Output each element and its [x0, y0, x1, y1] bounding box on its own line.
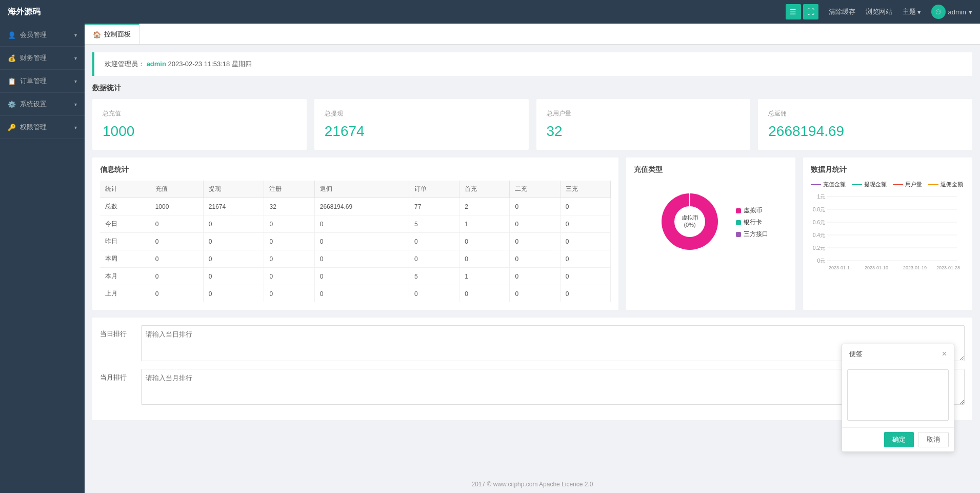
fullscreen-button[interactable]: ⛶: [803, 4, 818, 19]
sticky-modal: 便签 × 确定 取消: [842, 344, 954, 452]
stat-card-recharge: 总充值 1000: [92, 99, 307, 150]
row-label: 昨日: [100, 233, 150, 250]
table-row: 总数100021674322668194.6977200: [100, 198, 611, 215]
sidebar-item-system[interactable]: ⚙️ 系统设置 ▾: [0, 93, 85, 116]
member-icon: 👤: [8, 31, 16, 39]
permission-icon: 🔑: [8, 124, 16, 131]
line-chart-legend: 充值金额 提现金额 用户量 返佣金额: [811, 181, 965, 188]
row-cell: 0: [203, 215, 264, 233]
table-row: 本月00005100: [100, 268, 611, 285]
row-cell: 0: [264, 268, 314, 285]
stat-card-rebate: 总返佣 2668194.69: [758, 99, 972, 150]
charge-type-card: 充值类型 虚拟币 (0%): [626, 157, 795, 310]
pie-container: 虚拟币 (0%) 虚拟币: [634, 181, 788, 264]
row-cell: 0: [264, 250, 314, 268]
sidebar-item-label-permission: 权限管理: [20, 123, 47, 132]
legend-dot-withdraw: [852, 184, 862, 185]
tab-dashboard[interactable]: 🏠 控制面板: [85, 24, 139, 44]
table-row: 本周00000000: [100, 250, 611, 268]
row-cell: 0: [560, 285, 610, 303]
stat-label-rebate: 总返佣: [768, 109, 962, 118]
row-cell: 0: [560, 268, 610, 285]
row-cell: 0: [264, 285, 314, 303]
row-cell: 0: [510, 268, 560, 285]
stat-card-users: 总用户量 32: [536, 99, 751, 150]
row-cell: 0: [409, 285, 459, 303]
row-cell: 0: [203, 268, 264, 285]
row-cell: 5: [409, 268, 459, 285]
dashboard-icon: 🏠: [93, 31, 101, 38]
svg-text:0.8元: 0.8元: [813, 207, 825, 212]
col-header-register: 注册: [264, 181, 314, 198]
sticky-modal-close-button[interactable]: ×: [942, 350, 947, 358]
col-header-order: 订单: [409, 181, 459, 198]
svg-text:1元: 1元: [817, 194, 825, 200]
row-cell: 0: [203, 285, 264, 303]
row-cell: 0: [314, 215, 409, 233]
legend-item-bank: 银行卡: [736, 218, 768, 227]
legend-dot-third: [736, 232, 741, 237]
chevron-down-icon: ▾: [74, 32, 77, 38]
monthly-stats-title: 数据月统计: [811, 165, 965, 174]
col-header-first: 首充: [459, 181, 510, 198]
monthly-stats-card: 数据月统计 充值金额 提现金额 用户量: [803, 157, 972, 310]
row-cell: 0: [459, 285, 510, 303]
svg-text:2023-01-19: 2023-01-19: [903, 265, 927, 270]
sidebar-item-left: ⚙️ 系统设置: [8, 100, 47, 109]
legend-item-virtual: 虚拟币: [736, 206, 768, 215]
col-header-withdraw: 提现: [203, 181, 264, 198]
system-icon: ⚙️: [8, 101, 16, 108]
sticky-modal-body: [842, 364, 954, 427]
sidebar-item-left: 🔑 权限管理: [8, 123, 47, 132]
row-cell: 0: [560, 215, 610, 233]
monthly-ranking-row: 当月排行: [100, 369, 965, 405]
clear-cache-button[interactable]: 清除缓存: [829, 7, 855, 16]
row-cell: 0: [150, 215, 203, 233]
row-cell: 0: [314, 233, 409, 250]
svg-text:2023-01-1: 2023-01-1: [829, 265, 850, 270]
svg-text:(0%): (0%): [684, 222, 695, 228]
row-cell: 1: [459, 268, 510, 285]
sticky-confirm-button[interactable]: 确定: [884, 432, 914, 447]
charge-type-title: 充值类型: [634, 165, 788, 174]
row-label: 本月: [100, 268, 150, 285]
chevron-down-icon: ▾: [74, 55, 77, 61]
sidebar-item-left: 📋 订单管理: [8, 76, 47, 86]
row-cell: 0: [409, 250, 459, 268]
sidebar: 👤 会员管理 ▾ 💰 财务管理 ▾ 📋 订单管理 ▾ ⚙️ 系统设置 ▾: [0, 24, 85, 493]
chevron-down-icon: ▾: [917, 8, 921, 16]
row-label: 总数: [100, 198, 150, 215]
sidebar-item-permission[interactable]: 🔑 权限管理 ▾: [0, 116, 85, 139]
sidebar-item-label-order: 订单管理: [20, 76, 47, 86]
chevron-down-icon: ▾: [74, 78, 77, 84]
stat-value-rebate: 2668194.69: [768, 123, 962, 140]
footer: 2017 © www.citphp.com Apache Licence 2.0: [85, 476, 980, 493]
menu-toggle-button[interactable]: ☰: [786, 4, 801, 19]
legend-users-count: 用户量: [893, 181, 922, 188]
chevron-down-icon: ▾: [969, 8, 972, 16]
admin-button[interactable]: ☺ admin ▾: [931, 5, 972, 19]
sidebar-item-member[interactable]: 👤 会员管理 ▾: [0, 24, 85, 47]
sticky-modal-header: 便签 ×: [842, 344, 954, 364]
row-cell: 0: [150, 250, 203, 268]
table-row: 今日00005100: [100, 215, 611, 233]
pie-chart-wrapper: 虚拟币 (0%): [654, 186, 726, 259]
stat-label-recharge: 总充值: [103, 109, 296, 118]
legend-rebate-amount: 返佣金额: [928, 181, 963, 188]
sticky-cancel-button[interactable]: 取消: [918, 432, 949, 447]
finance-icon: 💰: [8, 54, 16, 62]
sticky-modal-footer: 确定 取消: [842, 427, 954, 451]
row-cell: 0: [409, 233, 459, 250]
row-cell: 2668194.69: [314, 198, 409, 215]
browse-site-button[interactable]: 浏览网站: [866, 7, 892, 16]
row-label: 今日: [100, 215, 150, 233]
chevron-down-icon: ▾: [74, 125, 77, 130]
svg-text:0.2元: 0.2元: [813, 245, 825, 251]
sticky-textarea[interactable]: [847, 369, 949, 421]
svg-text:2023-01-10: 2023-01-10: [865, 265, 888, 270]
sticky-modal-title: 便签: [849, 349, 863, 359]
theme-button[interactable]: 主题 ▾: [903, 7, 921, 16]
row-cell: 0: [560, 250, 610, 268]
sidebar-item-order[interactable]: 📋 订单管理 ▾: [0, 70, 85, 93]
sidebar-item-finance[interactable]: 💰 财务管理 ▾: [0, 47, 85, 70]
